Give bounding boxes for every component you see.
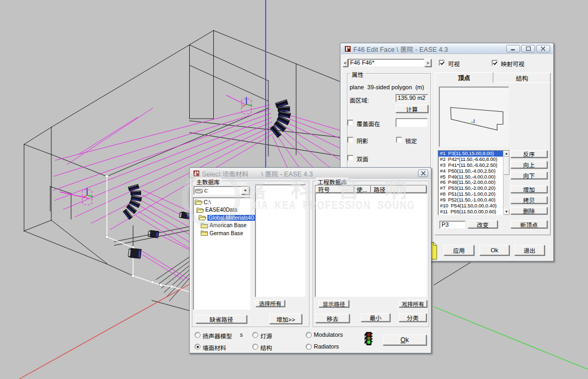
sort-button[interactable]: 分类 bbox=[399, 313, 427, 322]
shadow-checkbox[interactable] bbox=[347, 137, 353, 143]
drive-combobox[interactable]: c: ▼ bbox=[194, 186, 250, 195]
radio-lamps-label: 灯源 bbox=[260, 331, 272, 340]
double-sided-checkbox[interactable] bbox=[347, 155, 353, 161]
face-prev-button[interactable]: < bbox=[343, 59, 348, 67]
double-sided-label: 双面 bbox=[357, 154, 368, 163]
column-header-used[interactable]: 使... bbox=[354, 185, 371, 193]
add-vertex-button[interactable]: 增加 bbox=[510, 185, 547, 193]
database-tree[interactable]: C:\ EASE40Data Global Materials40 Americ… bbox=[193, 197, 251, 310]
face-preview-panel bbox=[439, 87, 509, 147]
select-all-project-button[interactable]: 凇择所有 bbox=[399, 300, 427, 307]
vertex-list-item[interactable]: #11 P55(11.50,0.00,0.60) bbox=[438, 209, 503, 215]
radio-radiators[interactable] bbox=[306, 344, 312, 350]
face-spinner-field[interactable]: F46 F46* bbox=[348, 59, 424, 67]
close-button[interactable] bbox=[536, 45, 550, 52]
f46-title: F46 Edit Face \ 医院 - EASE 4.3 bbox=[353, 44, 448, 53]
reverse-order-button[interactable]: 反序 bbox=[510, 150, 547, 158]
default-path-button[interactable]: 缺省路径 bbox=[196, 315, 247, 323]
select-dialog-titlebar[interactable]: Select 墙面材料 \ 医院 - EASE 4.3 bbox=[190, 168, 430, 179]
scroll-up-arrow: ▲ bbox=[504, 151, 509, 157]
exit-button[interactable]: 退出 bbox=[514, 245, 545, 256]
radio-speaker-models[interactable] bbox=[195, 332, 200, 338]
visible-checkbox[interactable] bbox=[439, 60, 445, 66]
minimize-list-button[interactable]: 最小 bbox=[361, 313, 390, 322]
show-path-button[interactable]: 显示路径 bbox=[319, 300, 349, 307]
stray-s-label: s bbox=[240, 332, 243, 338]
tab-vertices[interactable]: 顶点 bbox=[435, 72, 493, 83]
lock-checkbox[interactable] bbox=[396, 137, 402, 143]
shadow-label: 阴影 bbox=[357, 136, 368, 145]
face-next-button[interactable]: > bbox=[424, 59, 431, 67]
vertex-list-scrollbar[interactable]: ▲ ▼ bbox=[503, 151, 509, 215]
folder-closed-icon bbox=[200, 230, 208, 236]
delete-vertex-button[interactable]: 删除 bbox=[510, 207, 547, 214]
remove-button[interactable]: 移去 bbox=[315, 314, 350, 323]
maximize-icon bbox=[526, 47, 531, 51]
disk-drive-icon bbox=[195, 189, 203, 194]
radio-structures[interactable] bbox=[252, 344, 258, 350]
radio-structures-label: 结构 bbox=[260, 343, 272, 352]
radio-speaker-models-label: 扬声器模型 bbox=[203, 331, 232, 340]
new-vertex-button[interactable]: 新顶点 bbox=[510, 220, 547, 228]
tree-item-global-materials[interactable]: Global Materials40 bbox=[194, 214, 250, 222]
coverage-label: 覆盖面在 bbox=[357, 119, 380, 128]
radio-radiators-label: Radiators bbox=[314, 343, 339, 350]
properties-group-label: 属性 bbox=[350, 70, 365, 79]
coverage-field[interactable] bbox=[396, 118, 428, 127]
column-header-symbol[interactable]: 符号 bbox=[315, 185, 354, 193]
select-materials-dialog: Select 墙面材料 \ 医院 - EASE 4.3 主数据库 c: ▼ C:… bbox=[189, 167, 431, 353]
minimize-button[interactable] bbox=[506, 45, 520, 52]
change-vertex-button[interactable]: 改变 bbox=[468, 220, 498, 228]
close-icon bbox=[421, 171, 425, 175]
select-ok-button[interactable]: Ok bbox=[383, 335, 427, 345]
radio-wall-materials[interactable] bbox=[195, 344, 200, 350]
folder-closed-icon bbox=[200, 222, 208, 229]
folder-open-icon bbox=[196, 207, 204, 213]
tab-structure[interactable]: 结构 bbox=[493, 73, 551, 82]
close-button[interactable] bbox=[418, 169, 428, 177]
y-axis-green bbox=[434, 307, 588, 369]
traffic-light-graphic bbox=[362, 331, 375, 346]
add-materials-button[interactable]: 增加>> bbox=[269, 314, 302, 324]
maximize-button[interactable] bbox=[521, 45, 535, 52]
check-icon bbox=[439, 60, 445, 66]
column-header-path[interactable]: 路径 bbox=[371, 185, 427, 193]
radio-modulators-label: Modulators bbox=[314, 331, 343, 338]
combo-dropdown-button[interactable]: ▼ bbox=[241, 187, 250, 195]
table-header-row: 符号 使... 路径 bbox=[315, 185, 427, 193]
radio-modulators[interactable] bbox=[306, 332, 312, 338]
move-up-button[interactable]: 向上 bbox=[510, 161, 547, 168]
line-array-right bbox=[270, 99, 291, 137]
mapped-visible-checkbox[interactable] bbox=[492, 60, 498, 66]
coverage-checkbox[interactable] bbox=[347, 120, 353, 126]
ease-logo-icon bbox=[193, 170, 200, 177]
main-db-group-label: 主数据库 bbox=[195, 177, 221, 186]
tree-item-ease40data[interactable]: EASE40Data bbox=[194, 206, 250, 214]
scroll-thumb bbox=[504, 157, 509, 175]
vertex-listbox[interactable]: #1 P3(11.50,15.00,8.00) #2 P42*(11.50,-6… bbox=[438, 150, 510, 215]
ease-app-icon bbox=[193, 170, 200, 177]
select-dialog-title-project: \ 医院 - EASE 4.3 bbox=[261, 169, 313, 178]
vertex-name-field[interactable]: P3 bbox=[439, 221, 466, 229]
move-down-button[interactable]: 向下 bbox=[510, 172, 547, 179]
compute-button[interactable]: 计算 bbox=[396, 105, 428, 113]
tree-item-german-base[interactable]: German Base bbox=[194, 229, 250, 237]
f46-titlebar[interactable]: F46 Edit Face \ 医院 - EASE 4.3 bbox=[341, 44, 553, 54]
scroll-down-arrow: ▼ bbox=[504, 209, 509, 215]
project-table[interactable]: 符号 使... 路径 bbox=[315, 185, 427, 297]
copy-vertex-button[interactable]: 拷贝 bbox=[510, 196, 547, 204]
check-icon bbox=[492, 60, 498, 66]
materials-listbox[interactable] bbox=[255, 184, 306, 297]
select-all-button[interactable]: 选择所有 bbox=[256, 300, 285, 307]
apply-button[interactable]: 应用 bbox=[444, 245, 474, 256]
ok-button[interactable]: Ok bbox=[479, 245, 509, 256]
radio-lamps[interactable] bbox=[252, 332, 258, 338]
single-speakers bbox=[128, 212, 190, 259]
select-dialog-title: Select 墙面材料 bbox=[202, 169, 249, 178]
face-preview-polygon bbox=[439, 87, 508, 146]
tree-item-drive[interactable]: C:\ bbox=[194, 198, 250, 206]
close-icon bbox=[541, 47, 545, 51]
tree-item-american-base[interactable]: American Base bbox=[194, 222, 250, 230]
vertex-list-item[interactable]: #4 P50(11.50,-4.00,2.50) bbox=[438, 168, 503, 174]
drive-value: c: bbox=[204, 187, 208, 194]
